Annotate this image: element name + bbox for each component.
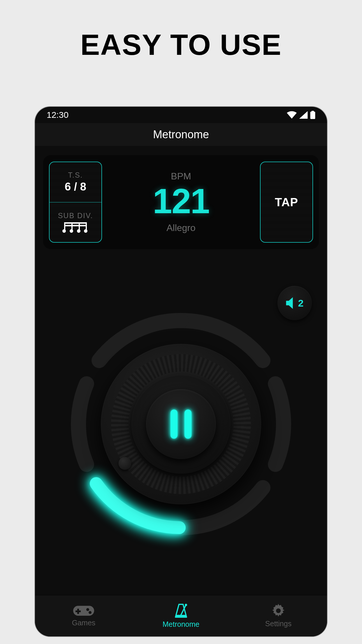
svg-point-11 — [84, 229, 87, 233]
status-bar: 12:30 — [35, 107, 327, 123]
pause-icon — [184, 410, 191, 439]
page-title: Metronome — [153, 128, 209, 141]
metronome-icon — [174, 603, 188, 618]
sixteenth-notes-icon — [62, 222, 89, 233]
nav-label: Settings — [265, 620, 291, 628]
svg-rect-0 — [310, 112, 315, 119]
time-signature-box[interactable]: T.S. 6 / 8 SUB DIV. — [49, 162, 102, 243]
marketing-headline: EASY TO USE — [0, 0, 362, 62]
tempo-dial[interactable] — [61, 304, 301, 544]
svg-rect-1 — [312, 111, 314, 112]
ts-label: T.S. — [68, 171, 83, 179]
subdiv-label: SUB DIV. — [58, 211, 93, 220]
pause-button[interactable] — [146, 389, 216, 459]
svg-point-9 — [70, 229, 73, 233]
tap-label: TAP — [275, 196, 298, 209]
gamepad-icon — [73, 605, 94, 617]
bpm-display[interactable]: BPM 121 Allegro — [108, 162, 254, 243]
nav-metronome[interactable]: Metronome — [132, 603, 230, 629]
app-header: Metronome — [35, 123, 327, 146]
nav-label: Games — [72, 619, 96, 627]
status-icons — [287, 111, 315, 119]
svg-point-20 — [276, 608, 281, 613]
subdivision-section[interactable]: SUB DIV. — [50, 202, 101, 242]
nav-games[interactable]: Games — [35, 605, 132, 627]
nav-settings[interactable]: Settings — [230, 604, 327, 628]
svg-point-8 — [62, 229, 66, 233]
control-panel: T.S. 6 / 8 SUB DIV. — [43, 155, 319, 249]
svg-point-19 — [185, 604, 187, 606]
svg-point-15 — [86, 608, 89, 611]
svg-rect-14 — [75, 610, 81, 612]
gear-icon — [271, 604, 285, 618]
dial-indicator-dot — [118, 457, 131, 470]
svg-point-10 — [77, 229, 80, 233]
bpm-value: 121 — [153, 182, 209, 220]
nav-label: Metronome — [163, 620, 199, 629]
svg-point-16 — [89, 611, 92, 614]
battery-icon — [310, 111, 315, 119]
time-signature-section[interactable]: T.S. 6 / 8 — [50, 162, 101, 202]
svg-rect-3 — [64, 225, 87, 226]
wifi-icon — [287, 111, 297, 119]
dial-area: 2 — [35, 249, 327, 595]
svg-rect-2 — [64, 222, 87, 224]
tap-tempo-button[interactable]: TAP — [260, 162, 313, 243]
phone-frame: 12:30 Metronome T.S. 6 / 8 SUB DIV. — [35, 107, 327, 636]
signal-icon — [299, 111, 308, 119]
bottom-nav: Games Metronome Settings — [35, 595, 327, 636]
tempo-name: Allegro — [166, 223, 196, 233]
ts-value: 6 / 8 — [65, 181, 86, 193]
bpm-label: BPM — [171, 171, 191, 182]
pause-icon — [171, 410, 178, 439]
status-time: 12:30 — [47, 110, 68, 120]
